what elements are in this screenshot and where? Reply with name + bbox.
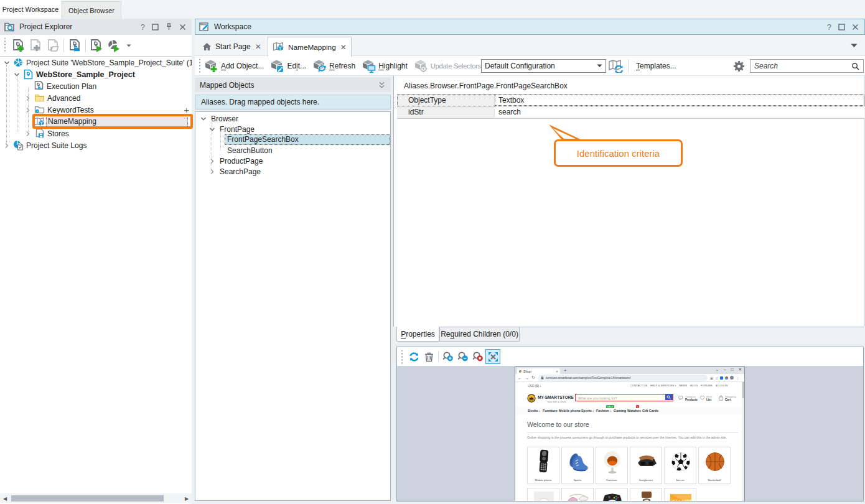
alias-item-browser[interactable]: Browser xyxy=(195,113,238,124)
tab-list-caret[interactable] xyxy=(851,44,858,48)
tab-start-page[interactable]: Start Page ✕ xyxy=(197,37,266,56)
highlight-button[interactable]: Highlight xyxy=(362,59,408,73)
refresh-button[interactable]: Refresh xyxy=(312,59,355,73)
suite-logs-icon xyxy=(13,140,24,151)
maximize-icon[interactable] xyxy=(152,24,159,30)
run-dropdown-caret[interactable] xyxy=(126,44,131,47)
pin-icon[interactable] xyxy=(166,23,172,30)
mini-browser-toolbar: ← → ↻ services.smartbear.com/samples/Tes… xyxy=(515,374,744,382)
mini-extensions-icons: ⊞ ☆ ⋮ xyxy=(710,376,739,380)
collapse-chevrons-icon[interactable] xyxy=(378,82,386,89)
scrollbar-thumb[interactable] xyxy=(11,495,164,502)
toolbar-separator xyxy=(628,59,629,73)
new-project-button[interactable] xyxy=(9,37,27,54)
mini-divider xyxy=(527,432,738,433)
scroll-left-arrow[interactable]: ◀ xyxy=(0,493,10,503)
toolbar-separator xyxy=(63,39,64,52)
combo-caret-icon xyxy=(597,64,602,68)
mini-back-icon: ← xyxy=(518,376,522,380)
mini-tab-close-icon: ✕ xyxy=(556,370,558,373)
help-icon[interactable]: ? xyxy=(141,22,145,32)
tree-item-project-suite-logs[interactable]: Project Suite Logs xyxy=(0,139,86,151)
zoom-reset-button[interactable] xyxy=(470,349,485,364)
preview-delete-button[interactable] xyxy=(421,349,436,364)
configuration-combobox[interactable]: Default Configuration xyxy=(481,59,606,73)
close-tab-icon[interactable]: ✕ xyxy=(255,42,261,51)
tree-connector xyxy=(17,77,17,132)
zoom-in-button[interactable] xyxy=(441,349,456,364)
chevron-right-icon[interactable] xyxy=(208,168,216,175)
workspace-title: Workspace xyxy=(214,22,251,31)
property-value[interactable]: Textbox xyxy=(495,95,864,106)
scroll-right-arrow[interactable]: ▶ xyxy=(182,493,192,503)
tab-project-workspace[interactable]: Project Workspace xyxy=(0,0,61,19)
alias-item-searchpage[interactable]: SearchPage xyxy=(204,166,261,177)
chevron-down-icon[interactable] xyxy=(208,126,216,133)
workspace-icon xyxy=(199,22,210,32)
workspace-panel: Workspace ? Start Page ✕ NameMapping ✕ xyxy=(195,19,865,504)
update-selectors-button-disabled[interactable]: Update Selectors xyxy=(414,59,481,73)
horizontal-scrollbar[interactable]: ◀ ▶ xyxy=(0,493,192,503)
tab-object-browser[interactable]: Object Browser xyxy=(62,1,121,19)
toolbar-grip[interactable] xyxy=(4,38,6,53)
tab-namemapping[interactable]: NameMapping ✕ xyxy=(268,37,352,57)
tree-item-execution-plan[interactable]: Execution Plan xyxy=(31,80,96,92)
chevron-right-icon[interactable] xyxy=(3,142,11,149)
maximize-icon[interactable] xyxy=(838,24,845,30)
toolbar-grip[interactable] xyxy=(199,59,201,74)
mini-product-grid: Mobile phone Sports Furniture Sungl xyxy=(527,447,739,501)
zoom-out-button[interactable] xyxy=(456,349,470,364)
refresh-icon xyxy=(409,352,419,362)
tree-item-advanced[interactable]: Advanced xyxy=(21,92,80,104)
mini-browser-tab: Shop ✕ xyxy=(517,368,560,374)
callout-tail xyxy=(546,123,585,142)
search-box[interactable]: Search xyxy=(750,59,864,73)
close-icon[interactable] xyxy=(179,24,186,30)
tree-item-project-suite[interactable]: Project Suite 'WebStore_Sample_Project_S… xyxy=(0,57,190,68)
alias-item-searchbutton[interactable]: SearchButton xyxy=(227,145,273,156)
tab-object-browser-label: Object Browser xyxy=(68,7,115,14)
add-existing-item-button-disabled[interactable] xyxy=(44,37,62,54)
update-namemapping-button[interactable] xyxy=(608,59,624,73)
preview-refresh-button[interactable] xyxy=(406,349,421,364)
mini-lock-icon xyxy=(541,376,544,380)
search-icon xyxy=(851,62,859,70)
tree-item-project[interactable]: WebStore_Sample_Project xyxy=(10,68,135,80)
mini-product-row2-5: GIFT CARDS xyxy=(664,488,696,501)
alias-label-productpage: ProductPage xyxy=(220,157,263,166)
document-tab-strip: Start Page ✕ NameMapping ✕ xyxy=(195,35,865,56)
run-test-button[interactable] xyxy=(105,37,123,54)
namemapping-icon xyxy=(273,42,284,52)
tab-properties[interactable]: Properties xyxy=(396,327,439,342)
help-icon[interactable]: ? xyxy=(827,22,831,32)
chevron-down-icon[interactable] xyxy=(3,59,11,67)
property-row[interactable]: ObjectType Textbox xyxy=(397,95,864,106)
stores-icon xyxy=(34,128,45,139)
fit-to-window-button[interactable] xyxy=(485,349,500,364)
property-value[interactable]: search xyxy=(495,106,864,118)
edit-button[interactable]: Edit... xyxy=(270,59,306,73)
add-object-button[interactable]: Add Object... xyxy=(204,59,264,73)
toolbar-grip[interactable] xyxy=(401,350,403,365)
close-icon[interactable] xyxy=(852,24,859,30)
alias-item-frontpagesearchbox[interactable]: FrontPageSearchBox xyxy=(225,134,391,145)
mini-scrollbar-thumb xyxy=(742,382,744,398)
property-row[interactable]: idStr search xyxy=(397,106,864,118)
templates-button[interactable]: Templates... xyxy=(634,62,676,70)
run-project-button[interactable] xyxy=(88,37,105,54)
close-tab-icon[interactable]: ✕ xyxy=(340,43,347,52)
chevron-down-icon[interactable] xyxy=(200,115,207,123)
configuration-value: Default Configuration xyxy=(485,62,555,70)
gear-icon[interactable] xyxy=(733,60,745,72)
tree-connector xyxy=(6,65,7,143)
organize-tests-button[interactable] xyxy=(66,37,83,54)
tab-required-children[interactable]: Required Children (0/0) xyxy=(439,327,520,342)
tree-connector xyxy=(28,88,29,133)
add-new-item-button-disabled[interactable] xyxy=(27,37,44,54)
project-explorer-panel: Project Explorer ? xyxy=(0,19,192,504)
mini-extension-color xyxy=(725,376,728,380)
alias-item-productpage[interactable]: ProductPage xyxy=(204,156,263,166)
mini-product-sports: Sports xyxy=(561,447,594,484)
project-suite-icon xyxy=(13,57,24,68)
chevron-right-icon[interactable] xyxy=(208,157,216,165)
